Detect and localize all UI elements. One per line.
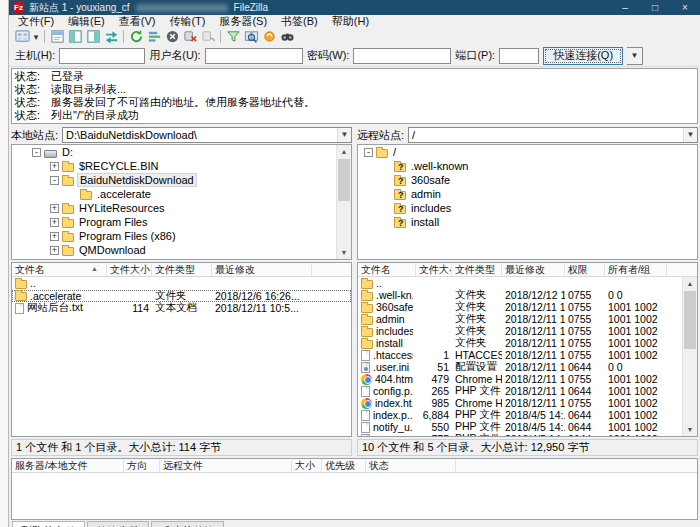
password-input[interactable] bbox=[353, 48, 451, 64]
port-input[interactable] bbox=[499, 48, 539, 64]
column-header[interactable]: 优先级 bbox=[322, 459, 366, 472]
tree-item[interactable]: +$RECYCLE.BIN bbox=[12, 159, 351, 173]
menu-item-4[interactable]: 服务器(S) bbox=[212, 15, 274, 28]
menu-item-5[interactable]: 书签(B) bbox=[274, 15, 325, 28]
tree-item[interactable]: -/ bbox=[358, 145, 697, 159]
file-row[interactable]: 404.html479Chrome H...2018/12/11 1...075… bbox=[358, 373, 697, 385]
menu-item-2[interactable]: 查看(V) bbox=[112, 15, 163, 28]
column-header[interactable]: 文件名 bbox=[358, 263, 416, 276]
queue-tab-0[interactable]: 列队的文件 bbox=[12, 521, 85, 527]
toggle-remote-tree-icon[interactable] bbox=[84, 29, 102, 45]
toggle-queue-icon[interactable] bbox=[102, 29, 120, 45]
quickconnect-button[interactable]: 快速连接(Q) bbox=[543, 47, 623, 65]
tree-item[interactable]: -D: bbox=[12, 145, 351, 159]
file-row[interactable]: install文件夹2018/12/11 1...07551001 1002 bbox=[358, 337, 697, 349]
column-header[interactable]: 所有者/组 bbox=[605, 263, 667, 276]
column-header[interactable]: 文件大小 bbox=[107, 263, 152, 276]
tree-item[interactable]: includes bbox=[358, 201, 697, 215]
file-row[interactable]: index.p...6,884PHP 文件2018/4/5 14:...0644… bbox=[358, 409, 697, 421]
collapse-icon[interactable]: - bbox=[32, 148, 41, 157]
expand-icon[interactable]: + bbox=[50, 218, 59, 227]
column-header[interactable]: 服务器/本地文件 bbox=[12, 459, 124, 472]
maximize-button[interactable]: □ bbox=[640, 0, 670, 15]
tree-item[interactable]: .accelerate bbox=[12, 187, 351, 201]
collapse-icon[interactable]: - bbox=[50, 176, 59, 185]
dropdown-arrow-icon[interactable]: ▾ bbox=[31, 32, 41, 42]
cancel-icon[interactable] bbox=[163, 29, 181, 45]
collapse-icon[interactable]: - bbox=[364, 148, 373, 157]
scroll-up-icon[interactable]: ▲ bbox=[683, 277, 697, 290]
column-header[interactable]: 最近修改 bbox=[212, 263, 312, 276]
site-manager-icon[interactable] bbox=[13, 29, 31, 45]
expand-icon[interactable]: + bbox=[50, 232, 59, 241]
tree-item[interactable]: +Program Files (x86) bbox=[12, 229, 351, 243]
expand-icon[interactable]: + bbox=[50, 204, 59, 213]
toggle-local-tree-icon[interactable] bbox=[66, 29, 84, 45]
local-site-combobox[interactable]: D:\BaiduNetdiskDownload\ ▼ bbox=[62, 127, 352, 143]
scroll-up-icon[interactable]: ▲ bbox=[337, 145, 351, 158]
tree-item[interactable]: +Program Files bbox=[12, 215, 351, 229]
column-header[interactable]: 文件大小 bbox=[416, 263, 452, 276]
local-tree-scrollbar[interactable]: ▲ ▼ bbox=[336, 145, 351, 259]
tree-item[interactable]: -BaiduNetdiskDownload bbox=[12, 173, 351, 187]
username-input[interactable] bbox=[205, 48, 303, 64]
scroll-down-icon[interactable]: ▼ bbox=[337, 246, 351, 259]
remote-list-scrollbar[interactable]: ▲ ▼ bbox=[682, 277, 697, 436]
expand-icon[interactable]: + bbox=[50, 162, 59, 171]
refresh-icon[interactable] bbox=[127, 29, 145, 45]
sync-browse-icon[interactable] bbox=[260, 29, 278, 45]
column-header[interactable]: 远程文件 bbox=[160, 459, 292, 472]
tree-item[interactable]: +QMDownload bbox=[12, 243, 351, 257]
filter-icon[interactable] bbox=[224, 29, 242, 45]
toggle-log-icon[interactable] bbox=[48, 29, 66, 45]
process-queue-icon[interactable] bbox=[145, 29, 163, 45]
column-header[interactable]: 文件类型 bbox=[452, 263, 502, 276]
minimize-button[interactable]: – bbox=[610, 0, 640, 15]
quickconnect-dropdown-icon[interactable]: ▼ bbox=[627, 47, 643, 65]
file-row[interactable]: 775PHP 文件2018/4/5 14:...06441001 1002 bbox=[358, 433, 697, 436]
file-row[interactable]: 360safe文件夹2018/12/11 1...07551001 1002 bbox=[358, 301, 697, 313]
file-row[interactable]: index.ht...985Chrome H...2018/12/11 1...… bbox=[358, 397, 697, 409]
file-row[interactable]: 网站后台.txt114文本文档2018/12/11 10:5... bbox=[12, 302, 351, 315]
tree-item[interactable]: +HYLiteResources bbox=[12, 201, 351, 215]
remote-site-combobox[interactable]: / ▼ bbox=[408, 127, 698, 143]
file-row[interactable]: .well-kn...文件夹2018/12/12 1...07550 0 bbox=[358, 289, 697, 301]
expand-icon[interactable]: + bbox=[50, 246, 59, 255]
scroll-down-icon[interactable]: ▼ bbox=[683, 423, 697, 436]
disconnect-icon[interactable] bbox=[181, 29, 199, 45]
column-header[interactable]: 状态 bbox=[366, 459, 456, 472]
file-row[interactable]: .accelerate文件夹2018/12/6 16:26... bbox=[12, 290, 351, 303]
tree-item[interactable]: install bbox=[358, 215, 697, 229]
column-header[interactable]: 文件类型 bbox=[152, 263, 212, 276]
file-row[interactable]: .. bbox=[12, 277, 351, 290]
compare-icon[interactable] bbox=[242, 29, 260, 45]
file-row[interactable]: includes文件夹2018/12/11 1...07551001 1002 bbox=[358, 325, 697, 337]
close-button[interactable]: × bbox=[670, 0, 700, 15]
menu-item-1[interactable]: 编辑(E) bbox=[61, 15, 112, 28]
reconnect-icon[interactable] bbox=[199, 29, 217, 45]
file-row[interactable]: .htaccess1HTACCES...2018/12/11 1...07551… bbox=[358, 349, 697, 361]
tree-item[interactable]: .well-known bbox=[358, 159, 697, 173]
file-row[interactable]: .. bbox=[358, 277, 697, 289]
host-input[interactable] bbox=[59, 48, 145, 64]
chevron-down-icon[interactable]: ▼ bbox=[337, 128, 351, 142]
queue-tab-2[interactable]: 成功的传输 bbox=[151, 521, 224, 527]
scrollbar-thumb[interactable] bbox=[338, 159, 350, 201]
file-row[interactable]: .user.ini51配置设置2018/12/11 1...06440 0 bbox=[358, 361, 697, 373]
menu-item-6[interactable]: 帮助(H) bbox=[325, 15, 376, 28]
queue-tab-1[interactable]: 传输失败 bbox=[87, 521, 149, 527]
menu-item-3[interactable]: 传输(T) bbox=[162, 15, 212, 28]
tree-item[interactable]: System Volume Information bbox=[12, 257, 351, 260]
file-row[interactable]: admin文件夹2018/12/11 1...07551001 1002 bbox=[358, 313, 697, 325]
column-header[interactable]: 大小 bbox=[292, 459, 322, 472]
file-row[interactable]: notify_u...550PHP 文件2018/4/5 14:...06441… bbox=[358, 421, 697, 433]
column-header[interactable]: 权限 bbox=[565, 263, 605, 276]
find-files-icon[interactable] bbox=[278, 29, 296, 45]
file-row[interactable]: config.p...265PHP 文件2018/12/11 1...06441… bbox=[358, 385, 697, 397]
chevron-down-icon[interactable]: ▼ bbox=[683, 128, 697, 142]
menu-item-0[interactable]: 文件(F) bbox=[11, 15, 61, 28]
tree-item[interactable]: 360safe bbox=[358, 173, 697, 187]
column-header[interactable]: 最近修改 bbox=[502, 263, 565, 276]
tree-item[interactable]: admin bbox=[358, 187, 697, 201]
column-header[interactable]: 方向 bbox=[124, 459, 160, 472]
